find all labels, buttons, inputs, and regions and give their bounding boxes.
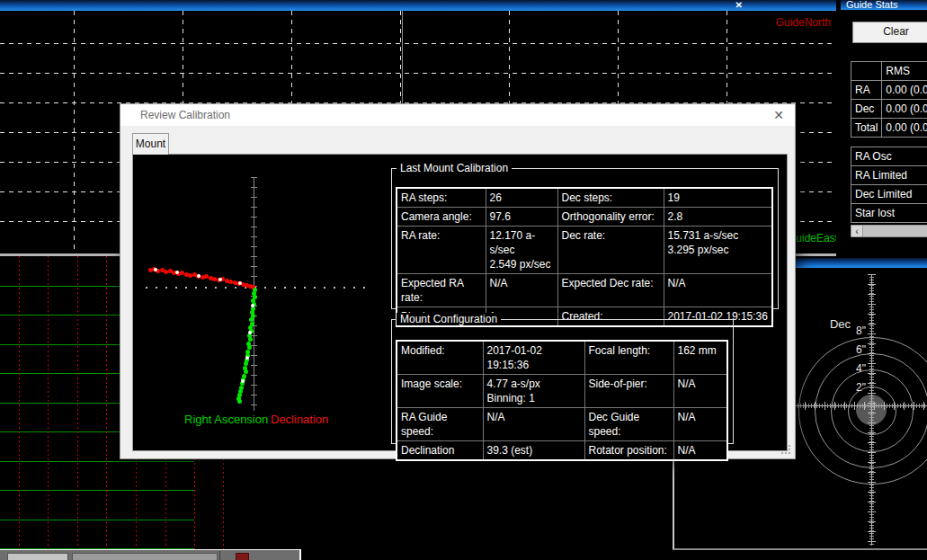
table-cell: RMS [882,62,927,81]
h-gridline [0,43,836,44]
event-row: RA Limited [851,166,927,185]
table-row: Dec0.00 (0.0 [851,100,927,119]
guide-stats-panel: Guide Stats Clear RMSRA0.00 (0.0Dec0.00 … [841,0,927,254]
clear-button[interactable]: Clear [852,22,927,43]
cal-point [245,356,249,360]
ring-label-8: 8" [856,324,866,337]
table-cell: Dec [851,100,882,119]
dialog-title: Review Calibration [140,109,230,121]
group-title: Last Mount Calibration [397,162,512,174]
table-cell: Orthogonality error: [557,208,664,227]
table-cell: Declination [397,441,483,461]
table-cell: 0.00 (0.0 [882,100,927,119]
ra-legend-label: Right Ascension [184,413,268,426]
tab-mount[interactable]: Mount [132,133,169,155]
table-cell: RA Guide speed: [397,408,483,441]
table-cell: Side-of-pier: [584,375,673,408]
scroll-left-arrow-icon[interactable]: ‹ [851,225,863,237]
h-gridline [0,73,836,74]
last-mount-calibration-group: Last Mount Calibration RA steps:26Dec st… [391,168,779,309]
table-cell: Modified: [397,341,483,375]
table-cell: 19 [664,188,772,208]
cal-point [238,281,242,285]
table-row: Camera angle:97.6Orthogonality error:2.8 [397,208,772,227]
cal-point [241,379,245,383]
table-cell: N/A [664,274,772,307]
v-gridline [106,256,107,549]
table-row: RA rate:12.170 a-s/sec 2.549 px/secDec r… [397,227,772,274]
table-cell: 2017-01-02 19:15:36 [483,341,584,375]
event-row: RA Osc [851,147,927,166]
table-cell: 162 mm [673,341,727,375]
table-cell: Rotator position: [584,441,673,461]
table-cell: Image scale: [397,375,483,408]
table-cell: N/A [483,408,584,441]
event-row: Star lost [851,204,927,223]
table-cell: N/A [673,375,727,408]
v-gridline [48,256,49,549]
table-cell: 97.6 [486,208,557,227]
dialog-close-icon[interactable]: ✕ [773,108,784,122]
statusbar-segment [7,553,68,560]
table-cell: N/A [673,408,727,441]
table-cell: Camera angle: [397,208,486,227]
statusbar-track[interactable] [72,553,218,560]
review-calibration-dialog: Review Calibration ✕ Mount Right Ascensi… [120,103,796,459]
graph-window-titlebar[interactable]: ✕ [0,0,836,11]
target-vertical-ruler [868,274,876,546]
table-row: RMS [851,62,927,81]
ring-label-6: 6" [856,343,866,356]
mount-configuration-group: Mount Configuration Modified:2017-01-02 … [391,319,734,444]
table-cell: Total [851,119,882,138]
dec-legend-label: Declination [271,413,328,426]
table-cell: 2.8 [664,208,772,227]
table-cell: RA steps: [397,188,486,208]
guide-events-list: RA OscRA LimitedDec LimitedStar lost [851,147,927,223]
table-cell: Expected Dec rate: [557,274,664,307]
table-cell: 26 [486,188,557,208]
table-cell: RA [851,81,882,100]
event-row: Dec Limited [851,185,927,204]
rms-table: RMSRA0.00 (0.0Dec0.00 (0.0Total0.00 (0.0 [851,61,927,138]
table-cell: 0.00 (0.0 [882,81,927,100]
table-row: Total0.00 (0.0 [851,119,927,138]
table-cell: N/A [486,274,557,307]
calibration-plot: Right Ascension Declination [133,155,391,450]
group-title: Mount Configuration [397,313,501,325]
table-row: RA steps:26Dec steps:19 [397,188,772,208]
guide-north-label: GuideNorth [776,16,831,29]
cal-point [218,278,222,281]
statusbar-red-icon [236,553,249,560]
target-dec-label: Dec [830,317,851,331]
table-cell: 4.77 a-s/px Binning: 1 [483,375,584,408]
table-row: Image scale:4.77 a-s/px Binning: 1Side-o… [397,375,727,408]
gridwin-statusbar [0,549,301,560]
table-cell: Dec Guide speed: [584,408,673,441]
ring-label-2: 2" [856,381,866,394]
table-cell: 39.3 (est) [483,441,584,461]
scroll-track[interactable] [863,225,927,237]
cal-point [154,268,157,271]
table-row: Modified:2017-01-02 19:15:36Focal length… [397,341,727,375]
mount-configuration-table: Modified:2017-01-02 19:15:36Focal length… [396,340,728,461]
close-icon[interactable]: ✕ [735,1,743,10]
table-cell: N/A [673,441,727,461]
statusbar-divider [219,551,220,560]
phd2-desktop: ✕ GuideNorth GuideEast Guide Stats Clear… [0,0,927,560]
dialog-titlebar[interactable]: Review Calibration ✕ [120,104,795,126]
table-cell: RA rate: [397,227,486,274]
table-row: RA0.00 (0.0 [851,81,927,100]
table-cell: Focal length: [584,341,673,375]
table-cell: 12.170 a-s/sec 2.549 px/sec [486,227,557,274]
guide-stats-scrollbar[interactable]: ‹ [851,225,927,237]
cal-point [237,399,242,404]
table-cell: Dec steps: [557,188,664,208]
ring-label-4: 4" [856,362,866,375]
table-row: RA Guide speed:N/ADec Guide speed:N/A [397,408,727,441]
guide-stats-titlebar[interactable]: Guide Stats [841,0,927,10]
v-gridline [19,256,20,549]
cal-point [248,331,252,334]
cal-point [175,271,179,274]
table-cell [851,62,882,81]
cal-point [251,304,254,307]
